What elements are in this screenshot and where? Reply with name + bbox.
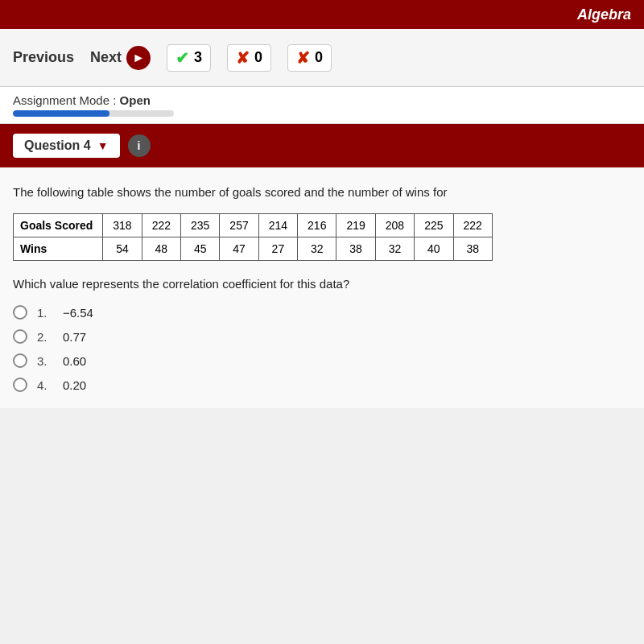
wins-col-4: 47 (220, 237, 258, 261)
wrong-score-value-1: 0 (254, 49, 262, 66)
wins-col-8: 32 (375, 237, 414, 261)
radio-2[interactable] (13, 329, 27, 344)
assignment-bar: Assignment Mode : Open (0, 87, 644, 124)
answer-item-4[interactable]: 4. 0.20 (13, 378, 631, 392)
answer-number-2: 2. (37, 330, 53, 344)
assignment-mode-label: Assignment Mode : (13, 93, 120, 107)
question-label-box[interactable]: Question 4 ▼ (13, 134, 120, 158)
answer-number-1: 1. (37, 306, 53, 320)
chevron-down-icon: ▼ (97, 139, 109, 152)
x-icon-1: ✘ (236, 48, 250, 68)
goals-col-9: 225 (415, 214, 453, 237)
table-row-goals: Goals Scored 318 222 235 257 214 216 219… (14, 214, 493, 237)
answer-item-1[interactable]: 1. −6.54 (13, 305, 631, 320)
check-icon: ✔ (175, 48, 189, 68)
wins-col-2: 48 (142, 237, 180, 261)
answer-item-3[interactable]: 3. 0.60 (13, 353, 631, 368)
next-button[interactable]: Next ► (90, 46, 151, 70)
goals-col-3: 235 (180, 214, 219, 237)
wins-header: Wins (14, 237, 103, 261)
previous-button[interactable]: Previous (13, 49, 74, 66)
wins-col-5: 27 (258, 237, 297, 261)
assignment-mode-value: Open (120, 93, 151, 107)
wins-col-9: 40 (415, 237, 453, 261)
answer-value-1: −6.54 (63, 306, 93, 320)
wins-col-7: 38 (336, 237, 375, 261)
next-label: Next (90, 49, 122, 66)
correct-score-badge: ✔ 3 (167, 44, 211, 72)
wrong-score-badge-1: ✘ 0 (227, 44, 271, 72)
radio-3[interactable] (13, 353, 27, 368)
goals-col-7: 219 (336, 214, 375, 237)
goals-col-6: 216 (298, 214, 336, 237)
goals-col-2: 222 (142, 214, 180, 237)
goals-col-4: 257 (220, 214, 258, 237)
nav-bar: Previous Next ► ✔ 3 ✘ 0 ✘ 0 (0, 29, 644, 87)
wrong-score-value-2: 0 (315, 49, 323, 66)
answer-number-3: 3. (37, 354, 53, 368)
correct-score-value: 3 (194, 49, 202, 66)
top-bar: Algebra (0, 0, 644, 29)
answer-value-3: 0.60 (63, 354, 86, 368)
question-header: Question 4 ▼ i (0, 124, 644, 167)
goals-col-8: 208 (375, 214, 414, 237)
app-title: Algebra (577, 6, 631, 23)
answer-item-2[interactable]: 2. 0.77 (13, 329, 631, 344)
answer-value-4: 0.20 (63, 378, 86, 392)
intro-text: The following table shows the number of … (13, 184, 631, 200)
wrong-score-badge-2: ✘ 0 (287, 44, 332, 72)
goals-col-1: 318 (103, 214, 142, 237)
info-button[interactable]: i (128, 134, 151, 157)
question-subtext: Which value represents the correlation c… (13, 277, 631, 291)
next-arrow-icon: ► (126, 46, 151, 70)
answer-value-2: 0.77 (63, 330, 86, 344)
data-table: Goals Scored 318 222 235 257 214 216 219… (13, 213, 493, 261)
table-row-wins: Wins 54 48 45 47 27 32 38 32 40 38 (14, 237, 493, 261)
question-label: Question 4 (24, 138, 91, 153)
radio-1[interactable] (13, 305, 27, 320)
radio-4[interactable] (13, 378, 27, 392)
progress-bar (13, 110, 109, 117)
x-icon-2: ✘ (296, 48, 310, 68)
previous-label: Previous (13, 49, 74, 66)
goals-col-5: 214 (258, 214, 297, 237)
progress-container (13, 110, 174, 117)
answer-list: 1. −6.54 2. 0.77 3. 0.60 4. 0.20 (13, 305, 631, 392)
goals-col-10: 222 (453, 214, 492, 237)
wins-col-1: 54 (103, 237, 142, 261)
wins-col-3: 45 (180, 237, 219, 261)
wins-col-6: 32 (298, 237, 336, 261)
wins-col-10: 38 (453, 237, 492, 261)
answer-number-4: 4. (37, 378, 53, 392)
goals-scored-header: Goals Scored (14, 214, 103, 237)
question-content: The following table shows the number of … (0, 167, 644, 408)
